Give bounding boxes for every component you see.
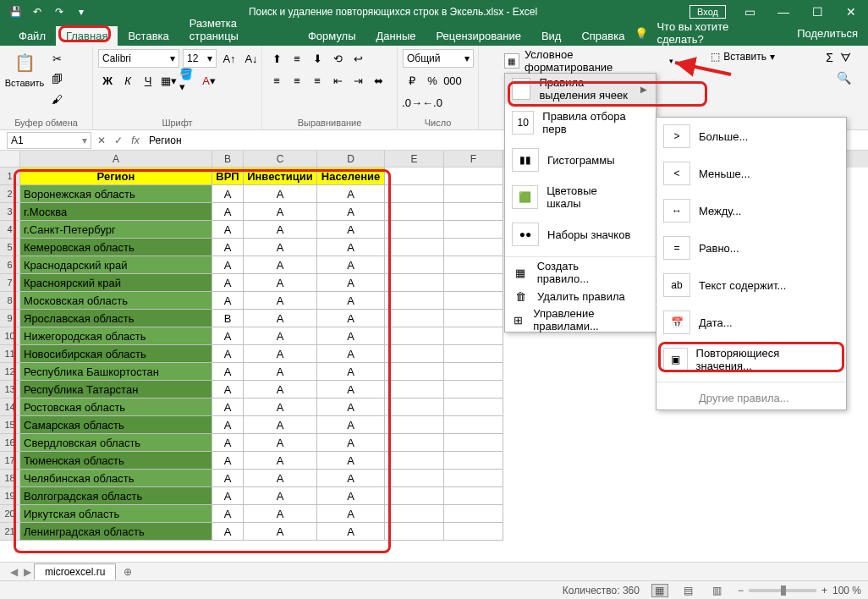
cells-insert-button[interactable]: Вставить [723,51,766,63]
align-left-icon[interactable]: ≡ [267,71,286,90]
menu-equal-to[interactable]: =Равно... [656,229,846,267]
menu-top-rules[interactable]: 10Правила отбора перв [505,104,656,141]
comma-icon[interactable]: 000 [443,71,462,90]
highlight-rules-submenu: >Больше... <Меньше... ↔Между... =Равно..… [656,117,847,410]
menu-between[interactable]: ↔Между... [656,192,846,229]
zoom-in-icon[interactable]: + [821,585,827,596]
view-normal-icon[interactable]: ▦ [651,584,668,597]
menu-new-rule[interactable]: ▦Создать правило... [505,261,656,284]
decrease-decimal-icon[interactable]: ←.0 [423,93,442,112]
align-right-icon[interactable]: ≡ [308,71,327,90]
view-page-layout-icon[interactable]: ▤ [680,584,697,597]
name-box[interactable]: A1▾ [7,132,91,149]
menu-less-than[interactable]: <Меньше... [656,155,846,192]
menu-duplicate-values[interactable]: ▣Повторяющиеся значения... [656,341,846,378]
sheet-nav-next-icon[interactable]: ▶ [20,566,34,578]
increase-decimal-icon[interactable]: .0→ [403,93,421,112]
cells-insert-icon: ⬚ [711,51,720,63]
new-sheet-icon[interactable]: ⊕ [119,566,136,578]
fx-icon[interactable]: fx [127,132,144,149]
menu-greater-than[interactable]: >Больше... [656,118,846,155]
menu-text-contains[interactable]: abТекст содержит... [656,267,846,304]
zoom-out-icon[interactable]: − [738,585,744,596]
font-size-combo[interactable]: 12▾ [183,49,217,68]
fill-color-icon[interactable]: 🪣▾ [179,71,198,90]
submenu-arrow-icon: ▶ [640,85,647,94]
merge-icon[interactable]: ⬌ [369,71,387,90]
less-icon: < [663,162,690,185]
alignment-group-label: Выравнивание [267,116,392,128]
copy-icon[interactable]: 🗐 [47,69,66,88]
increase-indent-icon[interactable]: ⇥ [349,71,367,90]
font-color-icon[interactable]: A▾ [200,71,218,90]
paste-button[interactable]: 📋 Вставить [5,49,44,88]
conditional-formatting-menu: Правила выделения ячеек ▶ 10Правила отбо… [504,73,656,332]
sheet-tabs: ◀ ▶ microexcel.ru ⊕ [0,562,868,580]
qat-customize-icon[interactable]: ▾ [71,2,91,22]
status-count: Количество: 360 [563,585,640,596]
tab-view[interactable]: Вид [531,26,572,46]
align-top-icon[interactable]: ⬆ [267,49,286,68]
format-painter-icon[interactable]: 🖌 [47,90,66,108]
redo-icon[interactable]: ↷ [49,2,69,22]
tab-help[interactable]: Справка [571,26,635,46]
tab-home[interactable]: Главная [56,26,118,46]
autosum-icon[interactable]: Σ [826,51,833,65]
undo-icon[interactable]: ↶ [27,2,47,22]
enter-formula-icon[interactable]: ✓ [110,132,127,149]
tab-data[interactable]: Данные [366,26,426,46]
sheet-nav-prev-icon[interactable]: ◀ [7,566,20,578]
menu-date-occurring[interactable]: 📅Дата... [656,304,846,341]
decrease-font-icon[interactable]: A↓ [242,49,261,68]
borders-icon[interactable]: ▦▾ [159,71,178,90]
align-center-icon[interactable]: ≡ [288,71,306,90]
conditional-formatting-button[interactable]: ▦ Условное форматирование ▾ [504,51,673,71]
between-icon: ↔ [663,199,690,223]
tab-file[interactable]: Файл [8,26,56,46]
percent-icon[interactable]: % [423,71,442,90]
menu-clear-rules[interactable]: 🗑Удалить правила [505,284,656,308]
font-name-combo[interactable]: Calibri▾ [98,49,179,68]
clipboard-group-label: Буфер обмена [5,116,87,128]
menu-color-scales[interactable]: 🟩Цветовые шкалы [505,179,656,216]
menu-more-rules[interactable]: Другие правила... [656,386,846,409]
login-button[interactable]: Вход [689,5,726,19]
align-bottom-icon[interactable]: ⬇ [308,49,327,68]
conditional-formatting-label: Условное форматирование [525,48,664,74]
tab-formulas[interactable]: Формулы [298,26,366,46]
number-format-combo[interactable]: Общий▾ [403,49,474,68]
tellme-input[interactable]: Что вы хотите сделать? [656,20,775,46]
save-icon[interactable]: 💾 [5,2,25,22]
menu-data-bars[interactable]: ▮▮Гистограммы [505,141,656,179]
increase-font-icon[interactable]: A↑ [220,49,239,68]
bold-icon[interactable]: Ж [98,71,117,90]
align-middle-icon[interactable]: ≡ [288,49,306,68]
number-group-label: Число [403,116,473,128]
orientation-icon[interactable]: ⟲ [328,49,347,68]
tab-review[interactable]: Рецензирование [426,26,531,46]
view-page-break-icon[interactable]: ▥ [709,584,726,597]
menu-highlight-rules[interactable]: Правила выделения ячеек ▶ [505,74,656,104]
tab-page-layout[interactable]: Разметка страницы [179,14,298,46]
date-icon: 📅 [663,310,690,334]
tab-insert[interactable]: Вставка [118,26,179,46]
sheet-tab-active[interactable]: microexcel.ru [34,563,116,580]
new-rule-icon: ▦ [512,267,529,279]
zoom-level: 100 % [832,585,861,596]
decrease-indent-icon[interactable]: ⇤ [328,71,347,90]
wrap-text-icon[interactable]: ↩ [349,49,367,68]
color-scales-icon: 🟩 [512,185,538,209]
share-button[interactable]: Поделиться [797,27,858,40]
italic-icon[interactable]: К [118,71,137,90]
greater-icon: > [663,124,690,148]
underline-icon[interactable]: Ч [139,71,157,90]
currency-icon[interactable]: ₽ [403,71,421,90]
find-select-icon[interactable]: 🔍 [837,71,851,85]
menu-icon-sets[interactable]: ●●Наборы значков [505,216,656,253]
font-group-label: Шрифт [98,116,256,128]
cancel-formula-icon[interactable]: ✕ [93,132,110,149]
cut-icon[interactable]: ✂ [47,49,66,68]
zoom-slider[interactable] [749,589,816,592]
sort-filter-icon[interactable]: ᗊ [840,51,851,65]
menu-manage-rules[interactable]: ⊞Управление правилами... [505,308,656,332]
